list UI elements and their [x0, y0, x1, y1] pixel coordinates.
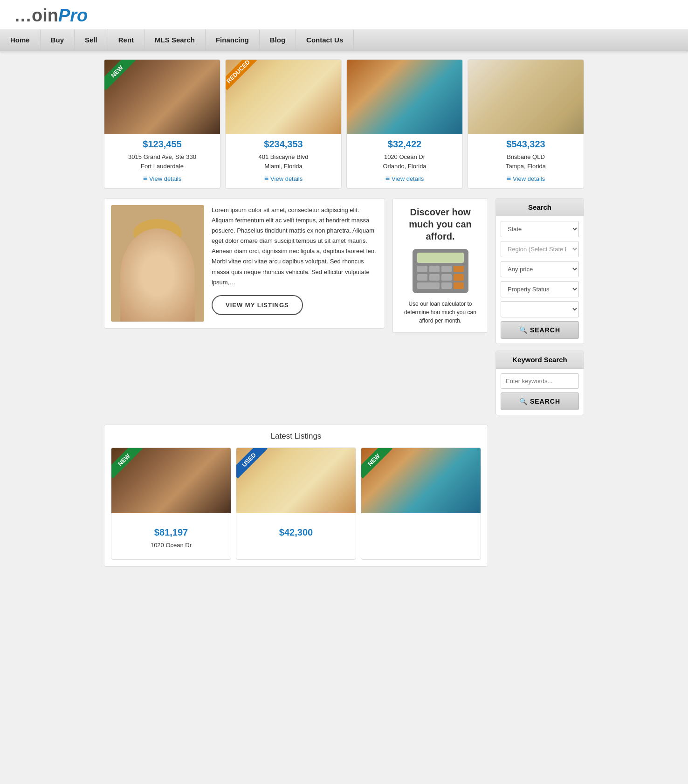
latest-price-1: $81,197 [111, 527, 231, 538]
view-details-2[interactable]: View details [264, 174, 303, 183]
svg-rect-16 [417, 282, 440, 289]
region-select[interactable]: Region (Select State First) [501, 241, 579, 257]
listing-price-4: $543,323 [468, 139, 584, 150]
keyword-search-title: Keyword Search [496, 351, 584, 369]
view-details-4[interactable]: View details [507, 174, 545, 183]
svg-rect-15 [454, 274, 464, 281]
search-title: Search [496, 199, 584, 216]
latest-listings-title: Latest Listings [111, 432, 481, 441]
calculator-description: Use our loan calculator to determine hou… [400, 300, 480, 325]
listing-price-2: $234,353 [226, 139, 341, 150]
latest-badge-2: USED [236, 448, 269, 481]
nav-rent[interactable]: Rent [108, 29, 144, 50]
latest-listings-section: Latest Listings NEW $81,197 1020 Ocean D… [104, 425, 488, 567]
state-select[interactable]: State Florida California New York [501, 221, 579, 237]
nav-financing[interactable]: Financing [206, 29, 260, 50]
logo-prefix: …oin [14, 6, 58, 25]
latest-address-1: 1020 Ocean Dr [111, 541, 231, 550]
nav-home[interactable]: Home [0, 29, 41, 50]
latest-card-1: NEW $81,197 1020 Ocean Dr [111, 447, 231, 560]
latest-badge-1: NEW [111, 448, 144, 481]
keyword-input[interactable] [501, 373, 579, 389]
badge-new-1: NEW [104, 60, 137, 92]
keyword-search-widget: Keyword Search SEARCH [495, 351, 584, 415]
listing-card-3: $32,422 1020 Ocean Dr Orlando, Florida V… [346, 59, 463, 189]
svg-rect-18 [454, 282, 464, 289]
nav-mls[interactable]: MLS Search [144, 29, 206, 50]
nav-sell[interactable]: Sell [75, 29, 108, 50]
svg-rect-7 [417, 253, 464, 263]
listing-address-4: Brisbane QLD Tampa, Florida [468, 152, 584, 171]
latest-card-2: USED $42,300 [236, 447, 356, 560]
search-sidebar: Search State Florida California New York… [495, 198, 584, 415]
svg-rect-14 [441, 274, 452, 281]
svg-rect-13 [429, 274, 440, 281]
agent-photo [111, 205, 204, 322]
listing-address-3: 1020 Ocean Dr Orlando, Florida [347, 152, 462, 171]
latest-price-2: $42,300 [236, 527, 356, 538]
calculator-panel: Discover how much you can afford. [392, 198, 488, 333]
listing-price-3: $32,422 [347, 139, 462, 150]
listing-card-2: REDUCED $234,353 401 Biscayne Blvd Miami… [225, 59, 342, 189]
badge-reduced-2: REDUCED [226, 60, 258, 92]
calculator-icon [413, 249, 468, 293]
svg-point-4 [148, 243, 153, 249]
listing-card-4: $543,323 Brisbane QLD Tampa, Florida Vie… [468, 59, 584, 189]
listing-address-2: 401 Biscayne Blvd Miami, Florida [226, 152, 341, 171]
latest-badge-3: NEW [361, 448, 394, 481]
property-status-select[interactable]: Property Status New Used Reduced [501, 281, 579, 297]
extra-select[interactable] [501, 301, 579, 317]
svg-point-5 [162, 243, 167, 249]
svg-rect-12 [417, 274, 427, 281]
view-listings-button[interactable]: VIEW MY LISTINGS [212, 295, 303, 315]
svg-rect-10 [441, 266, 452, 272]
agent-description: Lorem ipsum dolor sit amet, consectetur … [212, 205, 378, 288]
main-nav: Home Buy Sell Rent MLS Search Financing … [0, 29, 688, 51]
svg-rect-8 [417, 266, 427, 272]
svg-rect-9 [429, 266, 440, 272]
search-button[interactable]: SEARCH [501, 321, 579, 339]
svg-rect-11 [454, 266, 464, 272]
keyword-search-button[interactable]: SEARCH [501, 392, 579, 410]
view-details-1[interactable]: View details [143, 174, 181, 183]
listing-price-1: $123,455 [104, 139, 220, 150]
logo-suffix: Pro [58, 6, 88, 25]
nav-buy[interactable]: Buy [41, 29, 75, 50]
view-details-3[interactable]: View details [385, 174, 424, 183]
nav-contact[interactable]: Contact Us [296, 29, 354, 50]
latest-card-3: NEW [361, 447, 481, 560]
listing-address-1: 3015 Grand Ave, Ste 330 Fort Lauderdale [104, 152, 220, 171]
nav-blog[interactable]: Blog [260, 29, 296, 50]
latest-listings-grid: NEW $81,197 1020 Ocean Dr USED [111, 447, 481, 560]
price-select[interactable]: Any price Under $100k $100k - $300k $300… [501, 261, 579, 277]
search-widget: Search State Florida California New York… [495, 198, 584, 344]
svg-point-1 [120, 280, 195, 322]
featured-listings: NEW $123,455 3015 Grand Ave, Ste 330 For… [104, 59, 584, 189]
svg-point-3 [133, 219, 182, 247]
listing-card-1: NEW $123,455 3015 Grand Ave, Ste 330 For… [104, 59, 220, 189]
svg-rect-17 [441, 282, 452, 289]
calculator-title: Discover how much you can afford. [400, 206, 480, 242]
